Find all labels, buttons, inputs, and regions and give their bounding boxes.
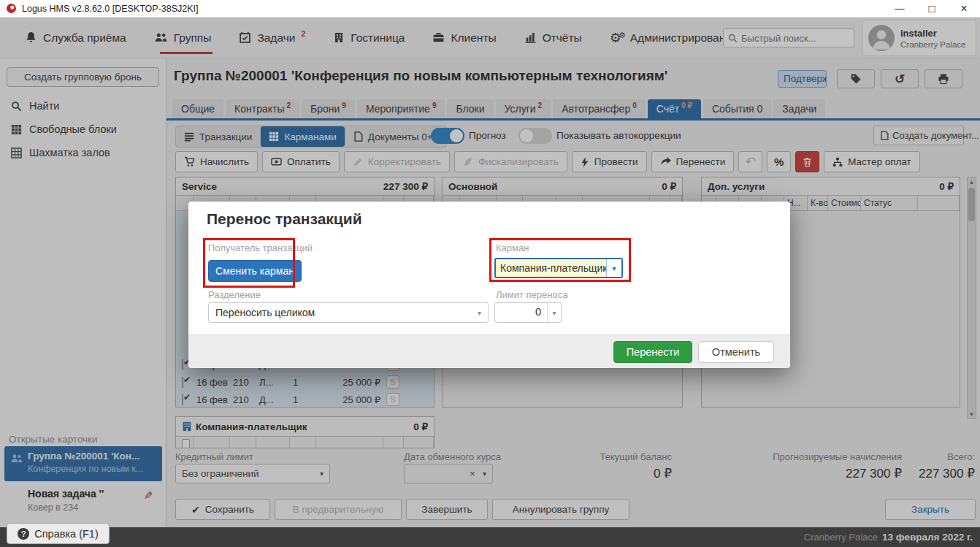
recipient-label: Получатель транзакций	[208, 242, 313, 253]
caret-down-icon[interactable]: ▾	[606, 259, 621, 277]
logus-hms-app: Logus HMS v2.8.62.0 [DESKTOP-38SJ2KI] — …	[0, 0, 980, 547]
split-select-value: Переносить целиком	[215, 307, 315, 318]
help-button[interactable]: ? Справка (F1)	[7, 523, 110, 544]
dialog-footer: Перенести Отменить	[188, 334, 790, 368]
dialog-title: Перенос транзакций	[207, 210, 362, 228]
split-select[interactable]: Переносить целиком ▾	[208, 302, 489, 323]
close-icon[interactable]: ×	[948, 0, 980, 18]
limit-value: 0	[495, 303, 547, 322]
change-pocket-button[interactable]: Сменить карман	[208, 260, 302, 282]
minimize-icon[interactable]: —	[884, 0, 916, 18]
transfer-confirm-button[interactable]: Перенести	[613, 341, 692, 363]
question-icon: ?	[18, 528, 29, 540]
limit-input[interactable]: 0 ▾	[494, 302, 562, 323]
window-title: Logus HMS v2.8.62.0 [DESKTOP-38SJ2KI]	[22, 4, 199, 14]
maximize-icon[interactable]: □	[916, 0, 948, 18]
window-titlebar: Logus HMS v2.8.62.0 [DESKTOP-38SJ2KI] — …	[0, 0, 980, 18]
transfer-transactions-dialog: Перенос транзакций Получатель транзакций…	[188, 202, 790, 368]
split-label: Разделение	[208, 289, 261, 300]
app-logo-icon	[7, 4, 16, 13]
caret-down-icon: ▾	[478, 309, 481, 317]
pocket-select-value: Компания-плательщик...	[496, 259, 606, 277]
caret-down-icon[interactable]: ▾	[547, 303, 561, 322]
pocket-label: Карман	[496, 242, 529, 253]
pocket-select[interactable]: Компания-плательщик... ▾	[494, 258, 623, 278]
cancel-button[interactable]: Отменить	[698, 341, 774, 363]
limit-label: Лимит переноса	[496, 289, 567, 300]
